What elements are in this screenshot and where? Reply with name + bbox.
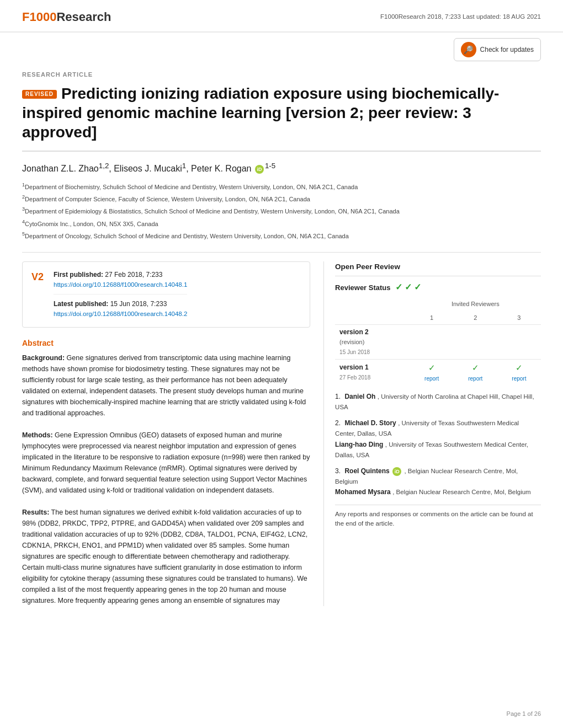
check-for-updates-button[interactable]: 🔎 Check for updates [454,38,541,61]
version2-label: version 2 (revision) 15 Jun 2018 [335,325,410,360]
col-header-2: 2 [454,311,497,325]
affiliations: 1Department of Biochemistry, Schulich Sc… [22,181,541,241]
reviewer-checkmarks: ✓ ✓ ✓ [395,281,422,294]
v2-badge: V2 [31,270,48,285]
open-peer-review-title: Open Peer Review [335,261,541,276]
latest-published-date: 15 Jun 2018, 7:233 [110,300,167,308]
first-published-date: 27 Feb 2018, 7:233 [105,271,162,279]
logo-f1000: F1000 [22,8,56,26]
reviewer-2b-name: Liang-hao Ding [335,441,383,448]
reviewer-3-num: 3. [335,467,341,475]
v1-r1: ✓ report [410,360,454,385]
background-text: Gene signatures derived from transcripto… [22,354,306,417]
v2-r2 [454,325,497,360]
reviewer-3b-affil: , Belgian Nuclear Research Centre, Mol, … [392,489,531,495]
article-title-text: Predicting ionizing radiation exposure u… [22,85,499,141]
abstract-results: Results: The best human signatures we de… [22,507,310,606]
header-meta: F1000Research 2018, 7:233 Last updated: … [380,12,541,22]
v1-r2-report-link[interactable]: report [458,374,493,383]
version1-row: version 1 27 Feb 2018 ✓ report ✓ report [335,360,541,385]
affiliation-5: 5Department of Oncology, Schulich School… [22,230,541,241]
col-header-3: 3 [497,311,541,325]
first-doi-link[interactable]: https://doi.org/10.12688/f1000research.1… [54,281,187,288]
reviewer-1-entry: 1. Daniel Oh , University of North Carol… [335,392,541,413]
affiliation-4: 4CytoGnomix Inc., London, ON, N5X 3X5, C… [22,218,541,229]
section-label: RESEARCH ARTICLE [22,70,541,79]
header-bar: F1000 Research F1000Research 2018, 7:233… [0,0,563,33]
col-right: Open Peer Review Reviewer Status ✓ ✓ ✓ I… [323,261,541,606]
update-icon: 🔎 [461,42,476,57]
authors-text: Jonathan Z.L. Zhao1,2, Eliseos J. Mucaki… [22,164,275,173]
invited-reviewers-label: Invited Reviewers [410,297,541,311]
reviewer-1-num: 1. [335,393,341,400]
any-reports-note: Any reports and responses or comments on… [335,505,541,529]
abstract-background: Background: Gene signatures derived from… [22,352,310,419]
reviewer-status-label: Reviewer Status [335,282,390,293]
v1-r1-report-link[interactable]: report [415,374,449,383]
methods-text: Gene Expression Omnibus (GEO) datasets o… [22,431,310,494]
check-updates-area: 🔎 Check for updates [0,33,563,61]
logo-research: Research [56,8,111,26]
reviewer-2-num: 2. [335,419,341,427]
results-label: Results: [22,508,49,516]
background-label: Background: [22,354,65,362]
abstract-title: Abstract [22,338,310,349]
results-text: The best human signatures we derived exh… [22,508,307,604]
first-published-label: First published: [54,271,103,279]
v1-r2: ✓ report [454,360,497,385]
version-latest: Latest published: 15 Jun 2018, 7:233 htt… [54,294,187,319]
reviewer-3-name: Roel Quintens [344,467,389,475]
affiliation-3: 3Department of Epidemiology & Biostatist… [22,205,541,216]
reviewer-2-entry: 2. Michael D. Story , University of Texa… [335,418,541,461]
main-content: RESEARCH ARTICLE REVISEDPredicting ioniz… [0,61,563,606]
v1-r3-report-link[interactable]: report [502,374,537,383]
version-header: V2 First published: 27 Feb 2018, 7:233 h… [31,270,301,319]
logo: F1000 Research [22,8,111,26]
article-title: REVISEDPredicting ionizing radiation exp… [22,84,541,142]
reviewer-2-name: Michael D. Story [344,419,396,427]
reviewer-3b-name: Mohamed Mysara [335,488,391,496]
col-left: V2 First published: 27 Feb 2018, 7:233 h… [22,261,310,606]
reviewer-3-orcid: iD [392,467,401,476]
abstract-methods: Methods: Gene Expression Omnibus (GEO) d… [22,430,310,496]
latest-published-label: Latest published: [54,300,108,308]
reviewer-list: 1. Daniel Oh , University of North Carol… [335,392,541,498]
page-footer: Page 1 of 26 [507,709,541,719]
reviewer-3-entry: 3. Roel Quintens iD , Belgian Nuclear Re… [335,466,541,498]
version-info: First published: 27 Feb 2018, 7:233 http… [54,270,187,319]
col-header-1: 1 [410,311,454,325]
two-col-layout: V2 First published: 27 Feb 2018, 7:233 h… [22,261,541,606]
v2-r1 [410,325,454,360]
v1-r3: ✓ report [497,360,541,385]
reviewer-status-row: Reviewer Status ✓ ✓ ✓ [335,281,541,294]
affiliation-1: 1Department of Biochemistry, Schulich Sc… [22,181,541,192]
affiliation-2: 2Department of Computer Science, Faculty… [22,193,541,204]
abstract-section: Abstract Background: Gene signatures der… [22,338,310,606]
v2-r3 [497,325,541,360]
divider [22,151,541,152]
reviewer-table: Invited Reviewers 1 2 3 version 2 [335,297,541,385]
abstract-text: Background: Gene signatures derived from… [22,352,310,606]
orcid-icon: iD [255,165,264,174]
check-updates-label: Check for updates [480,45,534,55]
methods-label: Methods: [22,431,53,439]
version1-label: version 1 27 Feb 2018 [335,360,410,385]
authors: Jonathan Z.L. Zhao1,2, Eliseos J. Mucaki… [22,160,541,175]
version-box: V2 First published: 27 Feb 2018, 7:233 h… [22,261,310,328]
latest-doi-link[interactable]: https://doi.org/10.12688/f1000research.1… [54,311,187,317]
reviewer-1-name: Daniel Oh [344,393,375,400]
page-number: Page 1 of 26 [507,710,541,717]
revised-badge: REVISED [22,90,57,99]
divider-2 [22,252,541,253]
version2-row: version 2 (revision) 15 Jun 2018 [335,325,541,360]
